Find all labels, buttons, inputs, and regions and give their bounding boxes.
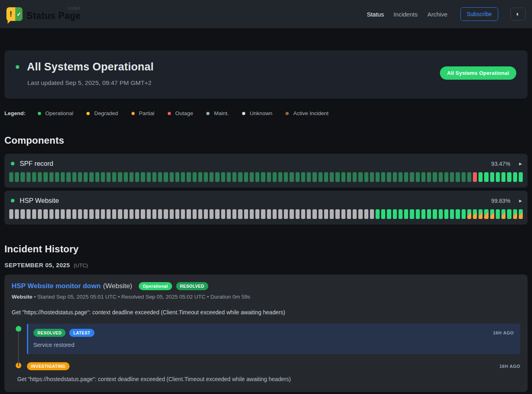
uptime-bar[interactable] xyxy=(433,209,437,219)
uptime-bar[interactable] xyxy=(204,209,208,219)
expand-arrow-icon[interactable]: ▶ xyxy=(519,199,522,203)
uptime-bar[interactable] xyxy=(221,172,225,182)
uptime-bar[interactable] xyxy=(141,172,145,182)
uptime-bar[interactable] xyxy=(152,172,156,182)
uptime-bar[interactable] xyxy=(479,172,483,182)
uptime-bar[interactable] xyxy=(215,172,219,182)
uptime-bar[interactable] xyxy=(273,209,277,219)
uptime-bar[interactable] xyxy=(507,209,511,219)
uptime-bar[interactable] xyxy=(353,209,357,219)
uptime-bar[interactable] xyxy=(66,209,70,219)
uptime-bar[interactable] xyxy=(21,172,25,182)
uptime-bar[interactable] xyxy=(27,209,31,219)
uptime-bar[interactable] xyxy=(210,209,214,219)
uptime-bar[interactable] xyxy=(175,172,179,182)
uptime-bar[interactable] xyxy=(49,209,53,219)
uptime-bar[interactable] xyxy=(95,172,99,182)
uptime-bar[interactable] xyxy=(227,209,231,219)
uptime-bar[interactable] xyxy=(15,172,19,182)
uptime-bar[interactable] xyxy=(393,172,397,182)
uptime-bar[interactable] xyxy=(21,209,25,219)
uptime-bar[interactable] xyxy=(32,209,36,219)
incident-title-link[interactable]: HSP Website monitor down xyxy=(12,282,101,290)
uptime-bar[interactable] xyxy=(158,172,162,182)
nav-archive[interactable]: Archive xyxy=(427,11,448,18)
uptime-bar[interactable] xyxy=(255,209,259,219)
uptime-bar[interactable] xyxy=(519,209,523,219)
uptime-bar[interactable] xyxy=(101,172,105,182)
uptime-bar[interactable] xyxy=(43,172,47,182)
uptime-bar[interactable] xyxy=(238,209,242,219)
uptime-bar[interactable] xyxy=(312,172,316,182)
uptime-bar[interactable] xyxy=(124,209,128,219)
uptime-bar[interactable] xyxy=(416,209,420,219)
uptime-bar[interactable] xyxy=(404,172,408,182)
uptime-bar[interactable] xyxy=(187,172,191,182)
uptime-bar[interactable] xyxy=(347,209,351,219)
uptime-bar[interactable] xyxy=(404,209,408,219)
uptime-bar[interactable] xyxy=(147,172,151,182)
uptime-bar[interactable] xyxy=(43,209,47,219)
uptime-bar[interactable] xyxy=(439,209,443,219)
uptime-bar[interactable] xyxy=(55,209,59,219)
uptime-bar[interactable] xyxy=(456,172,460,182)
brand[interactable]: ! ✓ hosted Status Page xyxy=(6,7,81,21)
uptime-bar[interactable] xyxy=(358,209,362,219)
uptime-bar[interactable] xyxy=(330,209,334,219)
uptime-bar[interactable] xyxy=(364,172,368,182)
uptime-bar[interactable] xyxy=(61,172,65,182)
uptime-bar[interactable] xyxy=(164,172,168,182)
uptime-bar[interactable] xyxy=(467,209,471,219)
uptime-bar[interactable] xyxy=(66,172,70,182)
uptime-bar[interactable] xyxy=(175,209,179,219)
uptime-bar[interactable] xyxy=(278,172,282,182)
uptime-bar[interactable] xyxy=(296,209,300,219)
uptime-bar[interactable] xyxy=(95,209,99,219)
uptime-bar[interactable] xyxy=(376,172,380,182)
uptime-bar[interactable] xyxy=(112,209,116,219)
uptime-bar[interactable] xyxy=(112,172,116,182)
uptime-bar[interactable] xyxy=(238,172,242,182)
uptime-bar[interactable] xyxy=(479,209,483,219)
uptime-bar[interactable] xyxy=(496,209,500,219)
uptime-bar[interactable] xyxy=(410,209,414,219)
uptime-bar[interactable] xyxy=(335,209,339,219)
uptime-bar[interactable] xyxy=(490,172,494,182)
uptime-bar[interactable] xyxy=(170,209,174,219)
uptime-bar[interactable] xyxy=(410,172,414,182)
uptime-bar[interactable] xyxy=(84,209,88,219)
uptime-bar[interactable] xyxy=(15,209,19,219)
uptime-bar[interactable] xyxy=(273,172,277,182)
uptime-bar[interactable] xyxy=(215,209,219,219)
uptime-bar[interactable] xyxy=(198,172,202,182)
uptime-bar[interactable] xyxy=(135,209,139,219)
uptime-bar[interactable] xyxy=(244,209,248,219)
uptime-bar[interactable] xyxy=(78,209,82,219)
uptime-bar[interactable] xyxy=(427,172,431,182)
uptime-bar[interactable] xyxy=(513,172,517,182)
uptime-bar[interactable] xyxy=(290,209,294,219)
uptime-bar[interactable] xyxy=(72,209,76,219)
uptime-bar[interactable] xyxy=(250,172,254,182)
uptime-bar[interactable] xyxy=(341,172,345,182)
nav-incidents[interactable]: Incidents xyxy=(394,11,418,18)
uptime-bar[interactable] xyxy=(501,172,505,182)
uptime-bar[interactable] xyxy=(330,172,334,182)
uptime-bar[interactable] xyxy=(456,209,460,219)
uptime-bar[interactable] xyxy=(107,172,111,182)
uptime-bar[interactable] xyxy=(467,172,471,182)
uptime-bar[interactable] xyxy=(250,209,254,219)
uptime-bar[interactable] xyxy=(267,172,271,182)
uptime-bar[interactable] xyxy=(38,209,42,219)
uptime-bar[interactable] xyxy=(284,209,288,219)
uptime-bar[interactable] xyxy=(370,172,374,182)
uptime-bar[interactable] xyxy=(210,172,214,182)
expand-arrow-icon[interactable]: ▶ xyxy=(519,162,522,166)
uptime-bar[interactable] xyxy=(433,172,437,182)
uptime-bar[interactable] xyxy=(347,172,351,182)
uptime-bar[interactable] xyxy=(341,209,345,219)
uptime-bar[interactable] xyxy=(267,209,271,219)
uptime-bar[interactable] xyxy=(307,209,311,219)
uptime-bar[interactable] xyxy=(49,172,53,182)
uptime-bar[interactable] xyxy=(301,209,305,219)
